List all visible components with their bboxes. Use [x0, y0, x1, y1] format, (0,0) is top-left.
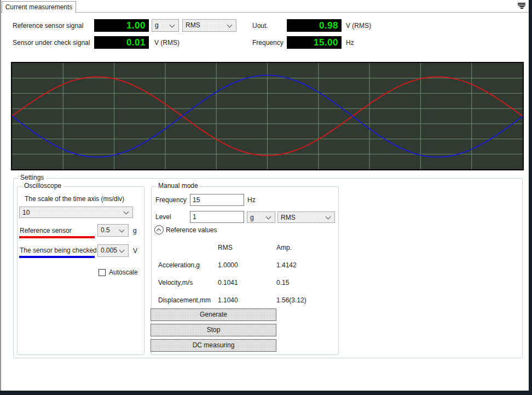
table-cell-amp: 0.15 [276, 279, 289, 287]
table-cell-amp: 1.4142 [276, 261, 297, 269]
reference-sensor-scale-unit: g [133, 224, 137, 237]
autoscale-checkbox[interactable] [99, 269, 106, 276]
reference-sensor-scale-label: Reference sensor [20, 227, 72, 234]
sensor-under-check-unit-label: V (RMS) [154, 36, 180, 49]
manual-level-unit-value: g [250, 214, 254, 221]
uout-unit-label: V (RMS) [346, 19, 371, 32]
table-cell-rms: 1.1040 [218, 296, 238, 304]
autoscale-label: Autoscale [109, 268, 138, 276]
table-header-rms: RMS [218, 244, 233, 251]
table-row-label: Acceleration,g [158, 261, 200, 269]
reference-sensor-signal-display: 1.00 [94, 19, 149, 32]
tab-strip-divider [1, 12, 529, 13]
generate-button[interactable]: Generate [151, 308, 276, 321]
time-axis-scale-label: The scale of the time axis (ms/div) [25, 195, 124, 203]
checked-sensor-scale-unit: V [133, 244, 137, 257]
manual-level-input[interactable] [190, 211, 244, 223]
oscilloscope-display [11, 62, 524, 170]
checked-sensor-scale-combo[interactable]: 0.005 [97, 244, 129, 257]
uout-display: 0.98 [287, 19, 342, 32]
reference-sensor-underline [19, 236, 95, 238]
manual-level-mode-value: RMS [281, 214, 296, 221]
dc-measuring-button[interactable]: DC measuring [151, 339, 276, 352]
reference-sensor-scale-value: 0.5 [101, 226, 110, 234]
frequency-display: 15.00 [287, 36, 342, 49]
reference-sensor-scale-combo[interactable]: 0.5 [97, 224, 129, 237]
reference-mode-value: RMS [186, 21, 200, 29]
oscilloscope-group-title: Oscilloscope [22, 182, 63, 190]
reference-values-expander[interactable] [154, 225, 164, 234]
reference-values-label: Reference values [166, 226, 217, 234]
chevron-down-icon [170, 22, 175, 27]
dock-menu-icon[interactable] [517, 3, 526, 10]
sensor-under-check-signal-label: Sensor under check signal [13, 36, 90, 49]
table-cell-rms: 0.1041 [218, 279, 238, 287]
app-window: Current measurements Reference sensor si… [0, 0, 532, 395]
manual-mode-group-title: Manual mode [156, 182, 200, 190]
tab-label: Current measurements [5, 3, 73, 11]
time-axis-scale-value: 10 [22, 209, 30, 216]
chevron-down-icon [119, 227, 125, 232]
chevron-down-icon [124, 209, 129, 214]
manual-level-unit-combo[interactable]: g [247, 211, 275, 223]
table-cell-amp: 1.56(3.12) [276, 296, 307, 304]
table-header-amp: Amp. [276, 244, 292, 251]
window-left-border [0, 0, 1, 391]
table-row-label: Displacement,mm [158, 296, 211, 304]
manual-frequency-input[interactable] [190, 194, 244, 206]
time-axis-scale-combo[interactable]: 10 [19, 207, 133, 218]
oscilloscope-canvas [12, 63, 523, 169]
settings-group-title: Settings [18, 174, 46, 181]
frequency-unit-label: Hz [346, 36, 354, 49]
window-right-bar [529, 0, 532, 395]
chevron-down-icon [227, 22, 233, 27]
manual-frequency-unit: Hz [247, 194, 256, 206]
frequency-readout-label: Frequency [252, 36, 284, 49]
chevron-down-icon [119, 247, 125, 253]
manual-frequency-label: Frequency [155, 194, 187, 206]
sensor-under-check-display: 0.01 [94, 36, 149, 49]
tab-current-measurements[interactable]: Current measurements [2, 1, 76, 13]
manual-level-label: Level [155, 211, 171, 223]
window-bottom-bar [0, 391, 532, 395]
checked-sensor-scale-label: The sensor being checked [20, 247, 97, 254]
stop-button[interactable]: Stop [151, 324, 276, 336]
reference-sensor-signal-label: Reference sensor signal [13, 19, 83, 32]
reference-mode-combo[interactable]: RMS [182, 19, 236, 32]
reference-unit-value: g [155, 21, 159, 29]
chevron-down-icon [326, 214, 331, 219]
uout-label: Uout. [252, 19, 268, 32]
reference-unit-combo[interactable]: g [152, 19, 179, 32]
chevron-down-icon [266, 214, 271, 219]
chevron-up-icon [157, 228, 161, 233]
table-row-label: Velocity,m/s [158, 279, 193, 287]
checked-sensor-scale-value: 0.005 [101, 247, 117, 254]
manual-level-mode-combo[interactable]: RMS [277, 211, 335, 223]
checked-sensor-underline [19, 256, 95, 258]
table-cell-rms: 1.0000 [218, 261, 238, 269]
